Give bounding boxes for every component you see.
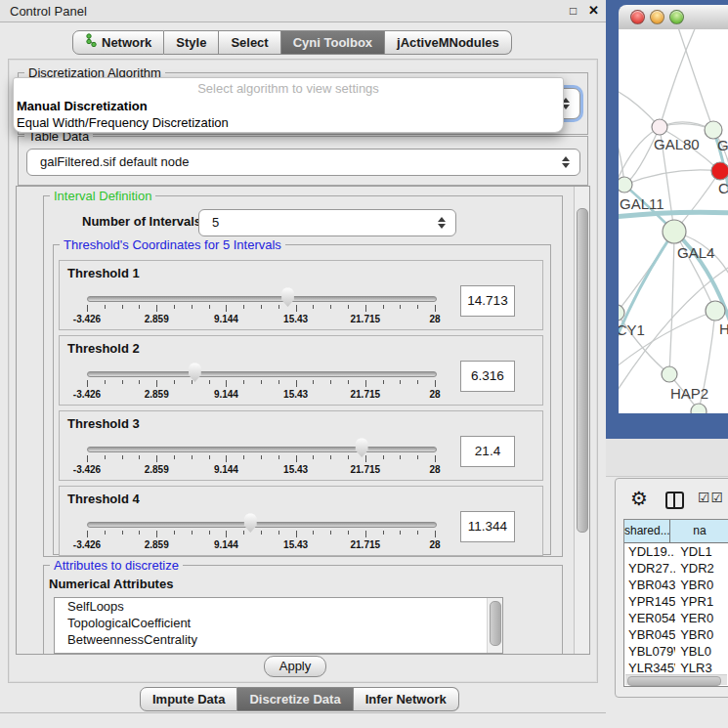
network-window-titlebar[interactable] bbox=[619, 5, 728, 30]
table-cell[interactable]: YDL1 bbox=[675, 543, 728, 560]
slider-tick-label: 21.715 bbox=[342, 539, 389, 550]
slider-tick bbox=[174, 380, 175, 384]
table-header-row: shared... na bbox=[624, 520, 728, 543]
num-intervals-spinner[interactable]: 5 bbox=[198, 209, 456, 236]
slider-track[interactable] bbox=[87, 371, 437, 377]
table-cell[interactable]: YBR0 bbox=[675, 577, 728, 593]
table-cell[interactable]: YBL079W bbox=[624, 643, 675, 660]
network-node[interactable] bbox=[662, 366, 677, 382]
tab-select[interactable]: Select bbox=[219, 30, 280, 55]
table-row[interactable]: YBR045CYBR0 bbox=[624, 626, 728, 643]
network-node[interactable] bbox=[691, 404, 707, 413]
attribute-list-item[interactable]: TopologicalCoefficient bbox=[55, 615, 502, 631]
table-cell[interactable]: YBR045C bbox=[624, 626, 675, 643]
threshold-row: Threshold 4-3.4262.8599.14415.4321.71528… bbox=[59, 486, 543, 556]
tab-cyni-toolbox[interactable]: Cyni Toolbox bbox=[281, 30, 385, 55]
network-node-label: GAL80 bbox=[654, 136, 700, 152]
slider-track[interactable] bbox=[87, 296, 437, 302]
threshold-value-field[interactable]: 11.344 bbox=[460, 511, 515, 542]
table-cell[interactable]: YBR043C bbox=[624, 577, 675, 593]
network-node[interactable] bbox=[619, 177, 632, 193]
table-row[interactable]: YBL079WYBL0 bbox=[624, 643, 728, 660]
list-vertical-scrollbar[interactable] bbox=[487, 598, 502, 653]
slider-handle[interactable] bbox=[280, 287, 296, 307]
network-node[interactable] bbox=[711, 162, 728, 180]
threshold-value-field[interactable]: 21.4 bbox=[460, 436, 515, 467]
slider-tick bbox=[278, 455, 279, 459]
network-node-label: C bbox=[718, 180, 728, 196]
minimize-traffic-light[interactable] bbox=[650, 10, 664, 24]
threshold-value-field[interactable]: 6.316 bbox=[460, 361, 515, 392]
slider-track[interactable] bbox=[87, 522, 437, 528]
table-row[interactable]: YDL19...YDL1 bbox=[624, 543, 728, 560]
table-cell[interactable]: YBR0 bbox=[675, 626, 728, 643]
table-data-combobox[interactable]: galFiltered.sif default node bbox=[26, 149, 580, 176]
slider-tick bbox=[156, 305, 157, 312]
horizontal-scrollbar[interactable] bbox=[625, 674, 727, 685]
network-canvas[interactable]: GAL80GACGAL11GAL4GCY1HHAP2 bbox=[619, 29, 728, 413]
slider-handle[interactable] bbox=[354, 438, 369, 457]
attribute-list-item[interactable]: SelfLoops bbox=[55, 598, 502, 615]
tab-jactivemnodules[interactable]: jActiveMNodules bbox=[385, 30, 512, 55]
slider-tick bbox=[296, 455, 297, 462]
scrollbar-thumb[interactable] bbox=[627, 676, 721, 686]
vertical-scrollbar[interactable] bbox=[574, 187, 589, 654]
tab-discretize-data[interactable]: Discretize Data bbox=[237, 687, 353, 711]
slider-tick bbox=[296, 305, 297, 312]
table-cell[interactable]: YPR1 bbox=[675, 593, 728, 610]
table-cell[interactable]: YER0 bbox=[675, 610, 728, 626]
close-traffic-light[interactable] bbox=[630, 10, 645, 24]
table-row[interactable]: YPR145WYPR1 bbox=[624, 593, 728, 610]
slider-tick bbox=[435, 455, 436, 462]
column-header-shared-name[interactable]: shared... bbox=[624, 520, 670, 542]
slider-tick bbox=[348, 380, 349, 384]
slider-tick bbox=[313, 455, 314, 459]
table-row[interactable]: YDR27...YDR2 bbox=[624, 560, 728, 577]
tab-style[interactable]: Style bbox=[164, 30, 219, 55]
table-cell[interactable]: YDL19... bbox=[624, 543, 675, 560]
table-cell[interactable]: YDR27... bbox=[624, 560, 675, 577]
split-columns-icon[interactable] bbox=[665, 492, 684, 509]
slider-tick bbox=[139, 380, 140, 384]
slider-track[interactable] bbox=[87, 447, 437, 452]
tab-infer-network[interactable]: Infer Network bbox=[354, 687, 459, 711]
table-row[interactable]: YBR043CYBR0 bbox=[624, 577, 728, 593]
slider-tick bbox=[383, 455, 384, 459]
scrollbar-thumb[interactable] bbox=[577, 208, 588, 533]
threshold-row: Threshold 3-3.4262.8599.14415.4321.71528… bbox=[59, 410, 543, 481]
column-header-name[interactable]: na bbox=[670, 520, 728, 542]
zoom-traffic-light[interactable] bbox=[669, 10, 684, 24]
checkbox-icons[interactable]: ☑☑ bbox=[698, 490, 724, 505]
numerical-attributes-list[interactable]: SelfLoopsTopologicalCoefficientBetweenne… bbox=[54, 597, 503, 654]
float-icon[interactable]: □ bbox=[570, 4, 577, 18]
slider-tick bbox=[278, 305, 279, 309]
table-row[interactable]: YER054CYER0 bbox=[624, 610, 728, 626]
slider-tick bbox=[209, 380, 210, 384]
table-cell[interactable]: YDR2 bbox=[675, 560, 728, 577]
gear-icon[interactable]: ⚙ bbox=[630, 487, 648, 510]
table-cell[interactable]: YER054C bbox=[624, 610, 675, 626]
network-node[interactable] bbox=[663, 220, 686, 243]
table-cell[interactable]: YPR145W bbox=[624, 593, 675, 610]
algorithm-dropdown-popup: Select algorithm to view settings Manual… bbox=[13, 77, 564, 133]
tab-network[interactable]: Network bbox=[72, 30, 164, 55]
tab-impute-data[interactable]: Impute Data bbox=[140, 687, 237, 711]
close-icon[interactable]: ✕ bbox=[588, 3, 599, 18]
scrollbar-thumb[interactable] bbox=[490, 601, 501, 646]
threshold-label: Threshold 3 bbox=[67, 416, 140, 431]
network-node[interactable] bbox=[619, 305, 624, 321]
dropdown-item-equal-width-frequency[interactable]: Equal Width/Frequency Discretization bbox=[17, 115, 563, 130]
table-cell[interactable]: YBL0 bbox=[675, 643, 728, 660]
attribute-list-item[interactable]: BetweennessCentrality bbox=[55, 631, 502, 648]
dropdown-placeholder-item[interactable]: Select algorithm to view settings bbox=[14, 81, 563, 96]
network-node[interactable] bbox=[706, 301, 725, 321]
network-node[interactable] bbox=[652, 119, 667, 135]
slider-tick-label: 28 bbox=[411, 389, 458, 400]
slider-handle[interactable] bbox=[187, 363, 202, 382]
apply-button[interactable]: Apply bbox=[264, 656, 326, 677]
slider-handle[interactable] bbox=[242, 513, 258, 533]
threshold-value-field[interactable]: 14.713 bbox=[460, 285, 515, 317]
network-node-label: HAP2 bbox=[670, 385, 708, 402]
dropdown-item-manual-discretization[interactable]: Manual Discretization bbox=[17, 99, 563, 113]
table-data-selected-value: galFiltered.sif default node bbox=[40, 150, 189, 175]
